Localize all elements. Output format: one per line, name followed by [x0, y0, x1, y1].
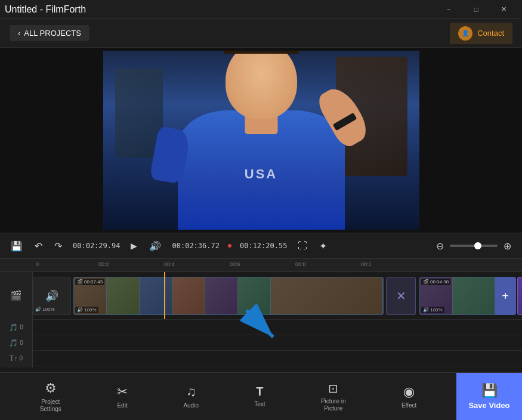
- effect-label: Effect: [401, 402, 416, 409]
- text-track: T↑ 0: [0, 351, 522, 366]
- tool-pip[interactable]: ⊡ Picture inPicture: [314, 376, 353, 417]
- zoom-in-icon: ⊕: [504, 240, 511, 252]
- audio-1-icon: 🎵: [9, 323, 18, 332]
- save-video-button[interactable]: 💾 Save Video: [456, 373, 522, 420]
- tool-audio[interactable]: ♫ Audio: [176, 379, 206, 414]
- fullscreen-button[interactable]: ⛶: [294, 238, 311, 254]
- blue-arrow-svg: [240, 304, 282, 346]
- video-track-label: 🎬: [0, 272, 33, 319]
- zoom-out-button[interactable]: ⊖: [433, 238, 447, 254]
- save-video-label: Save Video: [468, 401, 509, 410]
- video-clip-1[interactable]: 🎬 00:07:43 🔊 100%: [73, 277, 384, 315]
- zoom-in-button[interactable]: ⊕: [500, 238, 515, 254]
- enhance-button[interactable]: ✦: [316, 238, 331, 254]
- clip-thumb-1c: [140, 277, 172, 314]
- clip-thumb-1g: [271, 277, 383, 314]
- bottom-tools: ⚙ ProjectSettings ✂ Edit ♫ Audio T Text …: [0, 376, 456, 418]
- tool-project-settings[interactable]: ⚙ ProjectSettings: [33, 376, 69, 418]
- purple-clip[interactable]: [517, 277, 522, 315]
- video-preview: USA: [0, 48, 522, 233]
- ruler-mark-10: 00:1: [361, 261, 372, 267]
- back-to-projects-button[interactable]: ‹ ALL PROJECTS: [10, 25, 89, 41]
- video-track-icon: 🎬: [10, 290, 22, 301]
- save-video-icon: 💾: [481, 383, 498, 399]
- effect-icon: ◉: [403, 384, 415, 400]
- record-indicator: [228, 244, 231, 248]
- zoom-control: ⊖ ⊕: [433, 238, 515, 254]
- audio-icon: ♫: [186, 384, 196, 400]
- text-label: Text: [254, 401, 265, 408]
- tool-text[interactable]: T Text: [247, 380, 272, 413]
- title-bar: Untitled - FilmForth − □ ✕: [0, 0, 522, 19]
- timeline-area[interactable]: 0 00:2 00:4 00:6 00:8 00:1 🎬 🔊 🔊 100%: [0, 259, 522, 390]
- undo-icon: ↶: [35, 240, 42, 252]
- clip-2-vol: 🔊 100%: [421, 307, 444, 313]
- avatar: 👤: [458, 26, 472, 41]
- clip-1-badge-icon: 🎬: [77, 279, 83, 285]
- arrow-indicator: [240, 304, 282, 348]
- pip-icon: ⊡: [328, 381, 338, 396]
- play-icon: ▶: [131, 241, 137, 251]
- enhance-icon: ✦: [319, 240, 327, 252]
- undo-button[interactable]: ↶: [31, 238, 46, 254]
- text-track-content[interactable]: [33, 351, 522, 366]
- clip-1-vol: 🔊 100%: [75, 307, 98, 313]
- clip-thumb-1b: [107, 277, 140, 314]
- edit-label: Edit: [117, 402, 127, 409]
- minimize-button[interactable]: −: [435, 0, 462, 19]
- current-time-display: 00:02:29.94: [73, 242, 120, 250]
- svg-line-1: [246, 310, 273, 337]
- maximize-button[interactable]: □: [462, 0, 490, 19]
- contact-button[interactable]: 👤 Contact: [450, 23, 512, 44]
- redo-button[interactable]: ↷: [51, 238, 66, 254]
- redo-icon: ↷: [54, 240, 62, 252]
- ruler-mark-8: 00:8: [295, 261, 306, 267]
- window-controls: − □ ✕: [435, 0, 517, 19]
- fullscreen-icon: ⛶: [298, 240, 307, 251]
- toolbar: 💾 ↶ ↷ 00:02:29.94 ▶ 🔊 00:02:36.72 00:12:…: [0, 233, 522, 259]
- ruler-mark-6: 00:6: [230, 261, 240, 267]
- audio-label: Audio: [183, 402, 199, 409]
- text-track-icon: T↑: [10, 354, 17, 363]
- clip-1-badge: 🎬 00:07:43: [75, 279, 104, 285]
- title-bar-title: Untitled - FilmForth: [5, 4, 86, 15]
- total-time-display: 00:12:20.55: [240, 242, 287, 250]
- add-clip-button[interactable]: +: [495, 277, 516, 315]
- back-arrow-icon: ‹: [18, 29, 20, 38]
- project-settings-label: ProjectSettings: [40, 399, 61, 413]
- ruler-mark-0: 0: [36, 261, 39, 267]
- clip-thumb-1e: [205, 277, 238, 314]
- play-button[interactable]: ▶: [127, 239, 141, 253]
- volume-icon: 🔊: [149, 240, 161, 252]
- main-vol: 🔊 100%: [35, 307, 55, 312]
- timeline-ruler: 0 00:2 00:4 00:6 00:8 00:1: [0, 259, 522, 272]
- ruler-mark-2: 00:2: [98, 261, 109, 267]
- transition-icon: ✕: [396, 289, 406, 303]
- bottom-toolbar: ⚙ ProjectSettings ✂ Edit ♫ Audio T Text …: [0, 372, 522, 420]
- tool-edit[interactable]: ✂ Edit: [110, 379, 135, 414]
- zoom-out-icon: ⊖: [436, 240, 444, 252]
- playhead-time-display: 00:02:36.72: [172, 242, 219, 250]
- tool-effect[interactable]: ◉ Effect: [394, 379, 424, 414]
- save-toolbar-icon: 💾: [11, 240, 23, 252]
- ruler-mark-4: 00:4: [164, 261, 175, 267]
- audio-2-icon: 🎵: [9, 339, 18, 347]
- clip-2-badge-icon: 🎬: [423, 279, 429, 285]
- pip-label: Picture inPicture: [321, 398, 346, 412]
- transition-clip[interactable]: ✕: [386, 277, 416, 315]
- clip-2-badge: 🎬 00:04:38: [421, 279, 450, 285]
- project-settings-icon: ⚙: [45, 381, 57, 396]
- clip-thumb-1d: [172, 277, 205, 314]
- text-icon: T: [256, 385, 263, 399]
- text-track-label: T↑ 0: [0, 350, 33, 368]
- playhead[interactable]: [164, 272, 165, 319]
- top-nav: ‹ ALL PROJECTS 👤 Contact: [0, 19, 522, 48]
- volume-button[interactable]: 🔊: [146, 238, 165, 254]
- zoom-slider[interactable]: [450, 245, 498, 247]
- close-button[interactable]: ✕: [490, 0, 517, 19]
- edit-icon: ✂: [117, 384, 128, 400]
- video-thumbnail: USA: [103, 51, 419, 230]
- save-toolbar-button[interactable]: 💾: [7, 238, 26, 254]
